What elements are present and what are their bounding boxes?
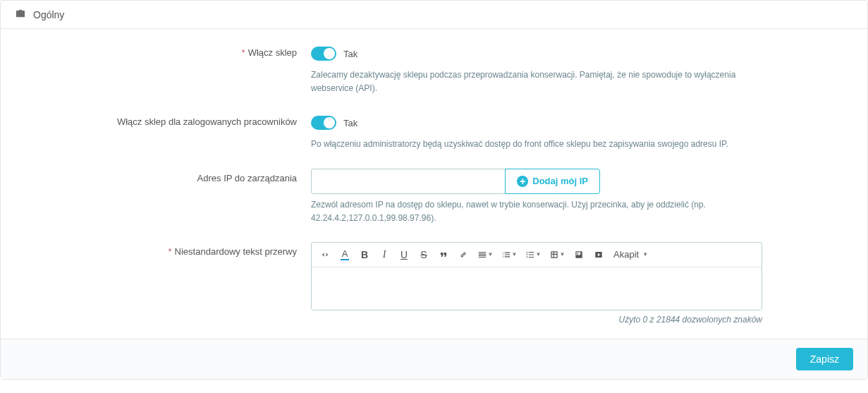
toggle-enable-employees-state: Tak: [343, 118, 357, 128]
row-ip: Adres IP do zarządzania + Dodaj mój IP Z…: [15, 169, 825, 225]
rich-text-editor: A B I U S ▼ ▼ ▼ ▼ Akapit: [311, 242, 762, 310]
text-color-icon[interactable]: A: [336, 246, 354, 264]
bold-icon[interactable]: B: [355, 246, 374, 264]
panel-title: Ogólny: [33, 9, 64, 20]
bullet-list-icon[interactable]: ▼: [498, 246, 520, 264]
row-enable-shop: *Włącz sklep Tak Zalecamy dezaktywację s…: [15, 43, 825, 95]
plus-icon: +: [517, 176, 528, 187]
label-enable-employees: Włącz sklep dla zalogowanych pracowników: [15, 112, 311, 127]
numbered-list-icon[interactable]: ▼: [522, 246, 544, 264]
blockquote-icon[interactable]: [434, 246, 453, 264]
align-icon[interactable]: ▼: [474, 246, 496, 264]
panel-body: *Włącz sklep Tak Zalecamy dezaktywację s…: [1, 29, 867, 339]
help-enable-shop: Zalecamy dezaktywację sklepu podczas prz…: [311, 68, 769, 95]
label-custom-text: *Niestandardowy tekst przerwy: [15, 242, 311, 257]
strikethrough-icon[interactable]: S: [415, 246, 433, 264]
editor-content[interactable]: [312, 267, 762, 310]
video-icon[interactable]: [589, 246, 608, 264]
paragraph-format-select[interactable]: Akapit ▼: [609, 246, 652, 264]
underline-icon[interactable]: U: [395, 246, 413, 264]
save-button[interactable]: Zapisz: [796, 348, 853, 370]
toggle-enable-shop-state: Tak: [343, 49, 357, 59]
source-code-icon[interactable]: [316, 246, 334, 264]
row-enable-employees: Włącz sklep dla zalogowanych pracowników…: [15, 112, 825, 151]
chevron-down-icon: ▼: [642, 251, 648, 258]
briefcase-icon: [15, 8, 26, 21]
image-icon[interactable]: [570, 246, 588, 264]
toggle-enable-employees[interactable]: [311, 116, 336, 130]
row-custom-text: *Niestandardowy tekst przerwy A B I U S …: [15, 242, 825, 325]
char-counter: Użyto 0 z 21844 dozwolonych znaków: [311, 315, 762, 325]
label-enable-shop: *Włącz sklep: [15, 43, 311, 58]
label-ip: Adres IP do zarządzania: [15, 169, 311, 183]
panel-header: Ogólny: [1, 1, 867, 29]
italic-icon[interactable]: I: [375, 246, 393, 264]
general-panel: Ogólny *Włącz sklep Tak Zalecamy dezakty…: [0, 0, 868, 380]
ip-input[interactable]: [311, 169, 505, 194]
table-icon[interactable]: ▼: [546, 246, 568, 264]
add-my-ip-button[interactable]: + Dodaj mój IP: [505, 169, 600, 194]
help-enable-employees: Po włączeniu administratorzy będą uzyski…: [311, 138, 769, 151]
link-icon[interactable]: [454, 246, 472, 264]
editor-toolbar: A B I U S ▼ ▼ ▼ ▼ Akapit: [312, 243, 762, 267]
help-ip: Zezwól adresom IP na dostęp do sklepu, n…: [311, 198, 769, 225]
panel-footer: Zapisz: [1, 339, 867, 379]
toggle-enable-shop[interactable]: [311, 47, 336, 61]
